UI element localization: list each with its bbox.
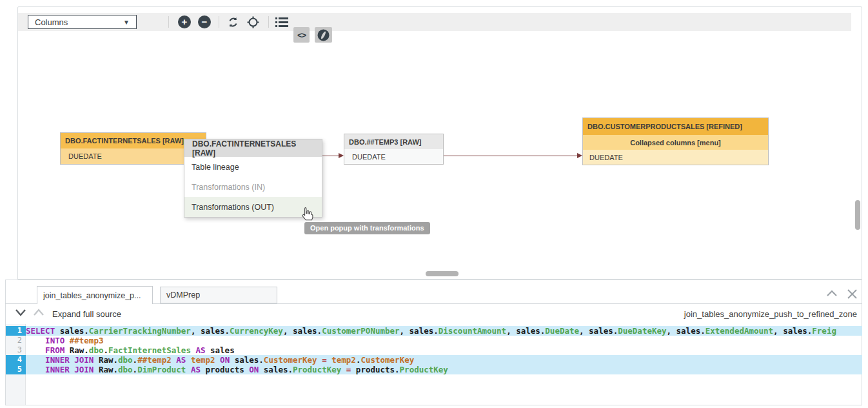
code-line-number: 1 xyxy=(6,326,26,336)
chevron-down-icon: ▼ xyxy=(123,19,130,26)
scroll-up-button[interactable] xyxy=(32,308,45,320)
refresh-icon[interactable] xyxy=(227,16,239,31)
lineage-edge xyxy=(322,156,339,156)
hand-cursor-icon xyxy=(301,207,314,224)
contrast-toggle-button[interactable] xyxy=(315,27,332,43)
contrast-icon xyxy=(317,29,330,41)
source-tab-label: join_tables_anonymize_p... xyxy=(43,291,141,300)
edge-arrowhead xyxy=(339,153,344,158)
expand-full-source-link[interactable]: Expand full source xyxy=(52,309,121,319)
context-menu: DBO.FACTINTERNETSALES [RAW] Table lineag… xyxy=(184,139,322,218)
tooltip: Open popup with transformations xyxy=(304,222,430,234)
edge-arrowhead xyxy=(577,153,582,158)
close-panel-button[interactable] xyxy=(847,289,858,302)
source-script-name: join_tables_anonymize_push_to_refined_zo… xyxy=(684,309,857,319)
list-view-icon[interactable] xyxy=(275,17,288,30)
code-line: SELECT sales.CarrierTrackingNumber, sale… xyxy=(26,326,862,336)
app-window: Columns ▼ + − xyxy=(0,0,868,408)
code-line: INTO ##temp3 xyxy=(26,336,862,345)
table-node-customerproductsales[interactable]: DBO.CUSTOMERPRODUCTSALES [REFINED] Colla… xyxy=(582,117,769,165)
collapsed-columns-menu[interactable]: Collapsed columns [menu] xyxy=(583,135,768,150)
source-tab[interactable]: vDMPrep xyxy=(160,287,277,303)
zoom-in-button[interactable]: + xyxy=(178,15,191,28)
source-tab[interactable]: join_tables_anonymize_p... xyxy=(37,286,153,304)
code-line-number: 4 xyxy=(6,355,26,365)
code-line-number: 3 xyxy=(6,345,26,355)
vertical-scrollbar-thumb[interactable] xyxy=(855,200,860,230)
table-node-column[interactable]: DUEDATE xyxy=(583,150,768,165)
code-view-icon: <> xyxy=(297,30,306,40)
context-menu-item[interactable]: Table lineage xyxy=(184,157,322,177)
horizontal-scrollbar-thumb[interactable] xyxy=(426,271,459,276)
zoom-out-button[interactable]: − xyxy=(198,15,211,28)
toolbar-divider xyxy=(168,16,169,28)
table-node-header[interactable]: DBO.##TEMP3 [RAW] xyxy=(344,134,443,149)
source-tab-label: vDMPrep xyxy=(166,291,200,300)
table-node-temp3[interactable]: DBO.##TEMP3 [RAW] DUEDATE xyxy=(344,134,444,165)
columns-dropdown-label: Columns xyxy=(35,17,68,27)
toolbar-divider xyxy=(219,16,219,28)
code-line: INNER JOIN Raw.dbo.DimProduct AS product… xyxy=(26,365,862,374)
context-menu-title: DBO.FACTINTERNETSALES [RAW] xyxy=(184,139,322,157)
collapse-panel-button[interactable] xyxy=(826,289,838,302)
scroll-down-button[interactable] xyxy=(14,308,27,320)
line-numbers: 12345 xyxy=(6,326,26,374)
sql-code-viewer[interactable]: SELECT sales.CarrierTrackingNumber, sale… xyxy=(26,326,862,374)
table-node-header[interactable]: DBO.CUSTOMERPRODUCTSALES [REFINED] xyxy=(583,118,768,135)
graph-toolbar: Columns ▼ + − xyxy=(18,13,851,31)
table-node-column[interactable]: DUEDATE xyxy=(344,149,443,164)
code-line: INNER JOIN Raw.dbo.##temp2 AS temp2 ON s… xyxy=(26,355,862,365)
context-menu-item[interactable]: Transformations (IN) xyxy=(184,177,322,197)
code-line-number: 5 xyxy=(6,365,26,374)
code-line-number: 2 xyxy=(6,336,26,345)
toolbar-divider xyxy=(268,16,269,28)
columns-dropdown[interactable]: Columns ▼ xyxy=(28,15,137,29)
lineage-edge xyxy=(444,156,578,156)
code-line: FROM Raw.dbo.FactInternetSales AS sales xyxy=(26,345,862,355)
source-toolbar: Expand full source join_tables_anonymize… xyxy=(5,304,862,323)
fit-to-screen-icon[interactable] xyxy=(247,16,259,31)
code-view-button[interactable]: <> xyxy=(293,27,310,43)
